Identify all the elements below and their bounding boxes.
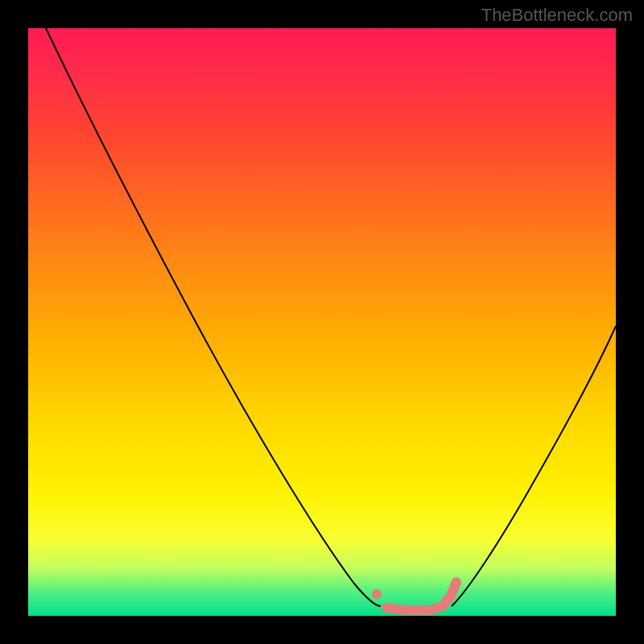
pink-dot-left bbox=[372, 589, 382, 599]
chart-curves-svg bbox=[28, 28, 616, 616]
left-curve-path bbox=[46, 28, 381, 606]
bottom-pink-highlight-path bbox=[386, 582, 456, 610]
watermark-text: TheBottleneck.com bbox=[481, 5, 633, 26]
chart-plot-area bbox=[28, 28, 616, 616]
right-curve-path bbox=[452, 326, 616, 606]
